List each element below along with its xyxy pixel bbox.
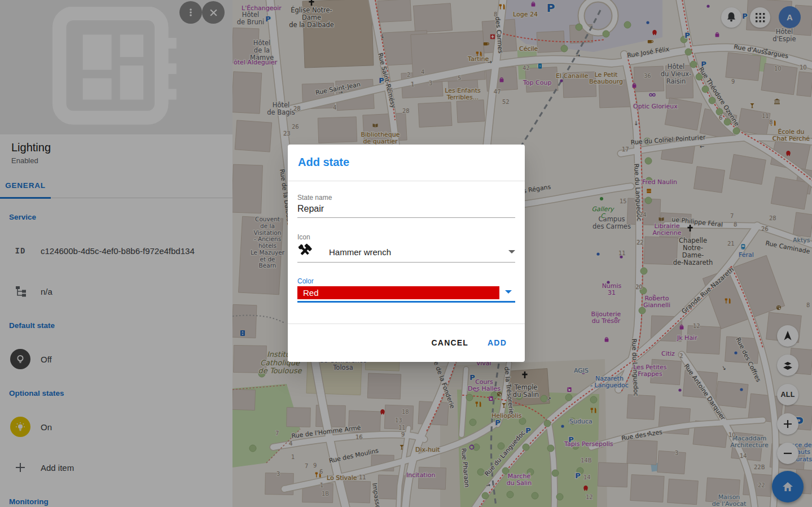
- color-select[interactable]: Red: [297, 286, 499, 299]
- hammer-wrench-icon: [297, 243, 320, 260]
- select-underline: [297, 262, 515, 263]
- app-window: PPPPPPPPPPPPRue de la DalbadeRue Saint-R…: [0, 0, 812, 507]
- dialog-actions: CANCEL ADD: [288, 324, 525, 362]
- chevron-down-icon: [508, 250, 515, 253]
- state-name-input[interactable]: Repair: [297, 204, 324, 214]
- select-underline-active: [297, 301, 515, 303]
- add-state-dialog: Add state State name Repair Icon Hammer …: [288, 145, 525, 362]
- divider: [288, 181, 525, 181]
- cancel-button[interactable]: CANCEL: [426, 333, 475, 352]
- add-button[interactable]: ADD: [482, 333, 512, 352]
- chevron-down-icon-blue: [505, 290, 512, 294]
- color-field-label: Color: [297, 277, 314, 285]
- icon-selected-value: Hammer wrench: [320, 247, 508, 257]
- color-selected-value: Red: [297, 288, 319, 298]
- icon-select[interactable]: Hammer wrench: [297, 242, 515, 262]
- state-name-label: State name: [297, 194, 332, 202]
- dialog-title: Add state: [298, 156, 349, 169]
- icon-field-label: Icon: [297, 233, 310, 241]
- input-underline: [297, 217, 515, 218]
